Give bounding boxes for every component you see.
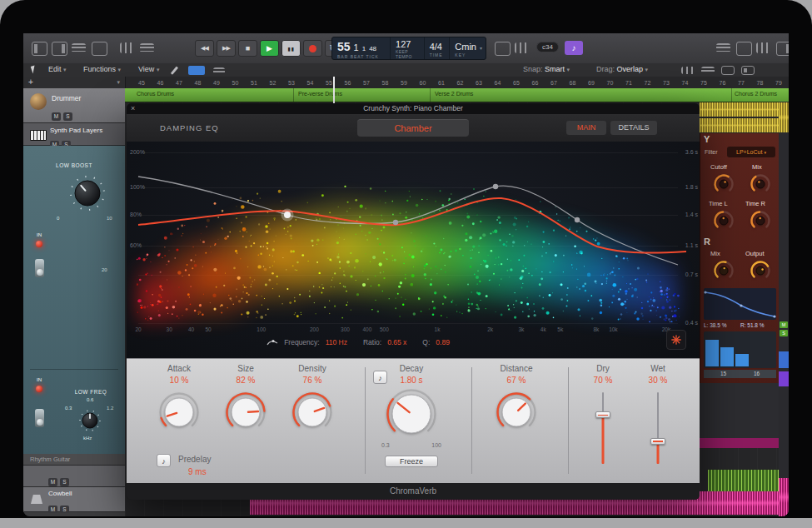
dry-slider[interactable] bbox=[595, 392, 611, 464]
control-divider bbox=[471, 367, 472, 474]
out-mix-knob[interactable] bbox=[712, 259, 735, 282]
section-label-partial: R bbox=[704, 237, 710, 247]
density-knob[interactable] bbox=[291, 391, 334, 434]
browsers-icon[interactable] bbox=[776, 42, 789, 56]
chromaverb-window: × Crunchy Synth: Piano Chamber DAMPING E… bbox=[127, 103, 700, 500]
pencil-tool-icon[interactable] bbox=[171, 66, 178, 74]
track-header-unnamed[interactable]: MS bbox=[23, 466, 125, 487]
inspector-icon[interactable] bbox=[52, 42, 67, 56]
mix-knob[interactable] bbox=[749, 172, 772, 196]
tab-details[interactable]: DETAILS bbox=[610, 121, 657, 135]
cowbell-waveform-region[interactable] bbox=[708, 470, 783, 491]
track-header-drummer[interactable]: Drummer MS bbox=[23, 88, 125, 123]
close-icon[interactable]: × bbox=[131, 103, 135, 114]
region-chorus2-drums[interactable]: Chorus 2 Drums bbox=[735, 91, 777, 97]
add-track-button[interactable]: + bbox=[28, 77, 33, 87]
mute-button[interactable]: M bbox=[48, 506, 57, 513]
track-header-synth-pad[interactable]: Synth Pad Layers MS bbox=[23, 123, 125, 146]
mini-solo-button[interactable]: S bbox=[780, 330, 788, 336]
tap-display[interactable] bbox=[704, 331, 776, 368]
region-preverse-drums[interactable]: Pre-verse Drums bbox=[298, 91, 342, 97]
region-chorus-drums[interactable]: Chorus Drums bbox=[137, 91, 174, 97]
track-header-rhythm-guitar[interactable]: Rhythm Guitar bbox=[23, 454, 125, 466]
damping-eq-label[interactable]: DAMPING EQ bbox=[160, 123, 219, 132]
boost-toggle-switch[interactable] bbox=[35, 259, 44, 277]
smart-controls-icon[interactable] bbox=[120, 42, 134, 53]
view-menu[interactable]: View ▾ bbox=[138, 65, 159, 73]
room-type-button[interactable]: Chamber bbox=[357, 119, 469, 137]
plugin-titlebar[interactable]: × Crunchy Synth: Piano Chamber bbox=[127, 103, 700, 114]
track-header-cowbell[interactable]: Cowbell MS bbox=[23, 487, 125, 512]
low-boost-knob[interactable] bbox=[68, 174, 107, 216]
lcd-key: Cmin bbox=[455, 42, 476, 52]
distance-knob[interactable] bbox=[495, 391, 538, 434]
output-knob[interactable] bbox=[749, 259, 772, 282]
mixer-icon[interactable] bbox=[756, 42, 770, 53]
size-knob[interactable] bbox=[224, 391, 267, 434]
ruler-tick: 47 bbox=[176, 80, 182, 86]
mute-button[interactable]: M bbox=[52, 112, 61, 121]
track-name: Drummer bbox=[52, 94, 81, 102]
lcd-display[interactable]: 55 1 1 48 BAR BEAT TICK 127 KEEP TEMPO 4… bbox=[331, 37, 486, 60]
forward-button[interactable]: ▶▶ bbox=[217, 40, 236, 57]
time-r-knob[interactable] bbox=[749, 209, 772, 232]
drum-waveform-region[interactable] bbox=[700, 102, 789, 117]
attack-knob[interactable] bbox=[157, 391, 201, 434]
solo-button[interactable]: S bbox=[60, 478, 69, 486]
horizontal-zoom-icon[interactable] bbox=[701, 67, 715, 74]
tuner-button[interactable]: ♪ bbox=[565, 41, 583, 55]
mute-button[interactable]: M bbox=[48, 478, 57, 486]
vertical-zoom-icon[interactable] bbox=[721, 66, 735, 75]
quick-help-icon[interactable] bbox=[92, 42, 107, 56]
damping-eq-display[interactable]: 200%100%80%60% 3.6 s1.8 s1.4 s1.1 s0.7 s… bbox=[127, 142, 700, 358]
pause-button[interactable]: ▮▮ bbox=[281, 40, 301, 57]
cutoff-knob[interactable] bbox=[712, 172, 735, 196]
library-icon[interactable] bbox=[32, 42, 47, 56]
freq-toggle-switch[interactable] bbox=[35, 409, 44, 427]
catch-playhead-icon[interactable] bbox=[213, 67, 225, 74]
wet-control: Wet 30 % bbox=[635, 359, 681, 484]
edit-menu[interactable]: Edit ▾ bbox=[48, 65, 67, 73]
predelay-sync-button[interactable]: ♪ bbox=[157, 454, 171, 467]
note-pads-icon[interactable] bbox=[736, 42, 752, 56]
metronome-icon[interactable] bbox=[515, 42, 528, 53]
record-button[interactable] bbox=[303, 40, 322, 57]
track-name: Synth Pad Layers bbox=[50, 127, 102, 134]
freeze-button[interactable]: Freeze bbox=[385, 456, 438, 467]
drag-menu[interactable]: Drag: Overlap ▾ bbox=[596, 65, 648, 73]
in-led[interactable] bbox=[36, 386, 42, 392]
visualizer-mode-button[interactable] bbox=[666, 330, 686, 350]
ruler-tick: 61 bbox=[438, 80, 445, 86]
pointer-tool-icon[interactable] bbox=[31, 65, 37, 73]
bar-ruler[interactable]: 4546474849505152535455565758596061626364… bbox=[125, 77, 789, 88]
replace-icon[interactable] bbox=[495, 42, 511, 56]
time-l-knob[interactable] bbox=[712, 209, 735, 232]
region-verse2-drums[interactable]: Verse 2 Drums bbox=[435, 91, 473, 97]
midi-in-button[interactable] bbox=[188, 66, 205, 75]
snap-menu[interactable]: Snap: Smart ▾ bbox=[523, 65, 570, 73]
editors-icon[interactable] bbox=[140, 43, 154, 52]
play-button[interactable]: ▶ bbox=[260, 40, 279, 57]
solo-button[interactable]: S bbox=[60, 506, 69, 513]
header-chevron-icon[interactable]: ▾ bbox=[117, 79, 120, 86]
solo-button[interactable]: S bbox=[63, 112, 72, 121]
rewind-button[interactable]: ◀◀ bbox=[195, 40, 214, 57]
stop-button[interactable]: ■ bbox=[238, 40, 257, 57]
decay-knob[interactable] bbox=[385, 387, 438, 441]
in-led[interactable] bbox=[36, 241, 42, 247]
functions-menu[interactable]: Functions ▾ bbox=[83, 65, 121, 73]
drum-waveform-region[interactable] bbox=[700, 118, 789, 132]
mini-mute-button[interactable]: M bbox=[780, 321, 788, 328]
tab-main[interactable]: MAIN bbox=[566, 121, 606, 135]
list-editors-icon[interactable] bbox=[716, 43, 730, 52]
wet-slider[interactable] bbox=[650, 392, 666, 464]
filter-mode-button[interactable]: LP+LoCut▾ bbox=[727, 147, 775, 157]
zoom-preset-icon[interactable] bbox=[741, 66, 755, 75]
midi-region-strip[interactable] bbox=[700, 438, 789, 448]
envelope-display[interactable] bbox=[704, 288, 776, 320]
count-in-badge[interactable]: c34 bbox=[536, 42, 559, 52]
waveform-zoom-icon[interactable] bbox=[681, 67, 695, 74]
toolbar-icon[interactable] bbox=[72, 43, 86, 52]
playhead[interactable] bbox=[333, 77, 335, 103]
low-freq-knob[interactable] bbox=[78, 409, 102, 436]
